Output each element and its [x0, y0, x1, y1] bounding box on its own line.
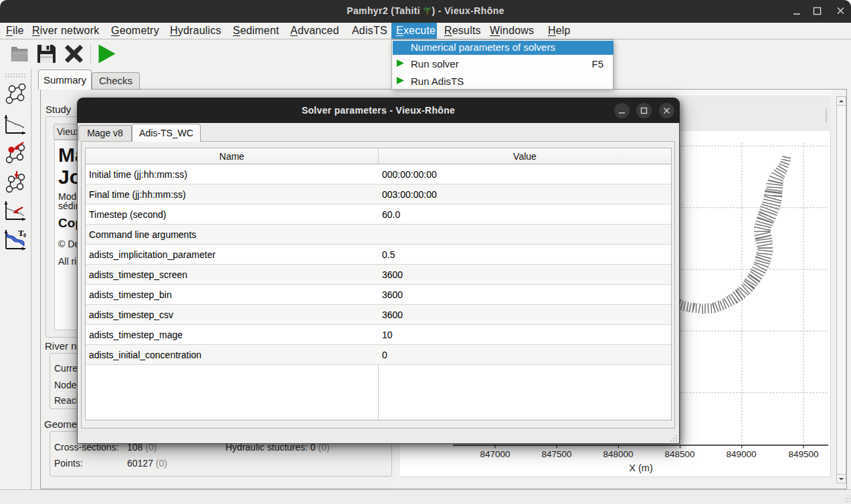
svg-text:849500: 849500 [788, 449, 818, 459]
svg-text:848000: 848000 [603, 449, 633, 459]
svg-text:847500: 847500 [541, 449, 571, 459]
svg-text:X (m): X (m) [629, 463, 652, 473]
svg-text:849000: 849000 [726, 449, 756, 459]
svg-text:848500: 848500 [664, 449, 694, 459]
svg-text:847000: 847000 [480, 449, 510, 459]
svg-text:0: 0 [23, 233, 26, 239]
